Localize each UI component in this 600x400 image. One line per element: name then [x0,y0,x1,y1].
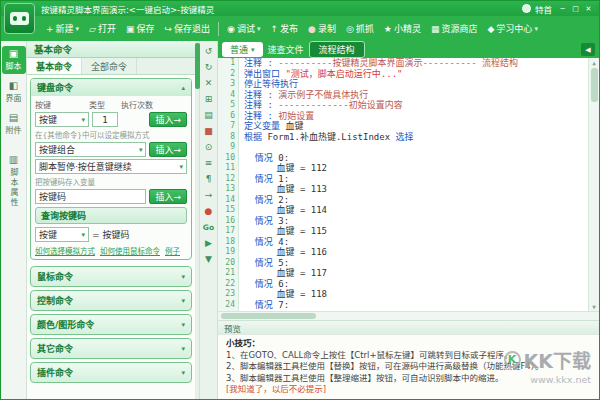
strip-find-icon[interactable]: ⊙ [201,140,216,154]
strip-breakpoint-icon[interactable]: ● [201,204,216,218]
active-section-tab[interactable]: 流程结构 [309,41,365,58]
strip-indent-icon[interactable]: → [201,188,216,202]
code-line[interactable]: 血键 = 113 [244,184,588,195]
rail-item-script-properties[interactable]: ▥脚本属性 [2,152,26,211]
code-line[interactable]: 注释 : 演示例子不做具体执行 [244,90,588,101]
scroll-up-icon[interactable]: ▲ [592,59,596,66]
command-section-0[interactable]: 鼠标命令▾ [30,266,192,287]
code-line[interactable]: 情况 6: [244,279,588,290]
preview-panel-header[interactable]: 预览 [218,320,599,334]
code-line[interactable]: 情况 0: [244,153,588,164]
strip-copy-icon[interactable]: ⊞ [201,92,216,106]
code-line[interactable]: 注释 : 初始设置 [244,111,588,122]
user-avatar[interactable] [522,4,531,13]
code-line[interactable]: 血键 = 118 [244,289,588,300]
panel-tab-1[interactable]: 全部命令 [82,58,137,74]
command-section-list: 鼠标命令▾控制命令▾颜色/图形命令▾其它命令▾插件命令▾ [27,263,195,386]
code-line[interactable]: 情况 7: [244,300,588,311]
keyboard-section-header[interactable]: 键盘命令 ▴ [31,79,191,96]
rail-item-attachment[interactable]: ▤附件 [2,110,26,138]
code-line[interactable]: 注释 : -------------初始设置内容 [244,100,588,111]
toolbar-button-new[interactable]: +新建▾ [41,18,84,39]
code-line[interactable]: 情况 3: [244,216,588,227]
strip-goto-icon[interactable]: Go [201,220,216,234]
strip-replace-icon[interactable]: ≡ [201,156,216,170]
code-line[interactable]: 停止等待执行 [244,79,588,90]
collapse-panel-button[interactable]: ◀ [581,43,595,56]
code-line[interactable]: 根据 Form1.补血热键.ListIndex 选择 [244,132,588,143]
strip-comment-icon[interactable]: ¶ [201,172,216,186]
code-line[interactable]: 血键 = 116 [244,247,588,258]
vertical-scroll-thumb[interactable] [591,68,598,102]
code-line[interactable]: 情况 4: [244,237,588,248]
toolbar-button-store[interactable]: ▦资源商店 [426,18,483,39]
panel-tab-0[interactable]: 基本命令 [27,58,82,74]
code-line[interactable]: 血键 = 117 [244,268,588,279]
dismiss-tips-link[interactable]: [我知道了，以后不必提示] [226,384,591,396]
pause-select[interactable]: 脚本暂停·按任意键继续▾ [35,159,187,174]
username[interactable]: 特首 [535,3,552,15]
toolbar-button-save[interactable]: ▣保存 [121,18,160,39]
insert-keycode-button[interactable]: 插入→ [149,189,187,204]
help-link-0[interactable]: 如何选择模拟方式 [35,245,95,256]
command-section-3[interactable]: 其它命令▾ [30,338,192,359]
close-button[interactable]: ✕ [582,3,595,14]
panel-scroll-thumb[interactable] [195,43,200,89]
strip-run-icon[interactable]: ▶ [201,236,216,250]
toolbar-button-debug[interactable]: ◉调试▾ [222,18,265,39]
nav-label[interactable]: 速查文件 [268,43,304,56]
strip-cut-icon[interactable]: ✕ [201,76,216,90]
toolbar-button-publish[interactable]: ↑发布 [266,18,304,39]
insert-combo-button[interactable]: 插入→ [149,142,187,157]
toolbar-button-learn[interactable]: ◆学习中心▾ [482,18,542,39]
editor-horizontal-scrollbar[interactable] [218,311,599,320]
strip-more-icon[interactable]: ▼ [201,252,216,266]
query-keycode-header[interactable]: 查询按键码 [35,207,187,224]
command-section-2[interactable]: 颜色/图形命令▾ [30,314,192,335]
strip-undo-icon[interactable]: ↺ [201,44,216,58]
view-mode-button[interactable]: 普通▾ [222,42,263,57]
key-select[interactable]: 按键▾ [35,112,89,127]
toolbar-button-grab[interactable]: ◎抓抓 [341,18,379,39]
code-line[interactable] [244,142,588,153]
insert-key-button[interactable]: 插入→ [149,112,187,127]
keycode-var-input[interactable]: 按键码 [35,189,146,204]
code-line[interactable]: 情况 5: [244,258,588,269]
rail-item-interface[interactable]: ◧界面 [2,78,26,106]
scroll-down-icon[interactable]: ▼ [592,303,596,310]
line-number: 22 [218,279,235,290]
main-toolbar: +新建▾▱打开▣保存↪保存退出◉调试▾↑发布●录制◎抓抓★小精灵▦资源商店◆学习… [1,16,599,41]
rail-item-script[interactable]: ▣脚本 [2,46,26,74]
section-title: 键盘命令 [37,81,73,94]
query-key-select[interactable]: 按键▾ [35,227,89,242]
count-input[interactable]: 1 [92,112,118,127]
code-line[interactable]: 血键 = 114 [244,205,588,216]
debug-icon: ◉ [227,24,235,34]
strip-delete-icon[interactable]: ■ [201,124,216,138]
toolbar-button-record[interactable]: ●录制 [303,18,341,39]
command-section-4[interactable]: 插件命令▾ [30,362,192,383]
code-line[interactable]: 弹出窗口 "测试，脚本启动运行中..." [244,69,588,80]
code-line[interactable]: 血键 = 115 [244,226,588,237]
minimize-button[interactable]: ─ [556,3,569,14]
code-line[interactable]: 定义变量 血键 [244,121,588,132]
toolbar-button-open[interactable]: ▱打开 [84,18,121,39]
code-line[interactable]: 注释 : ----------按键精灵脚本界面演示---------- 流程结构 [244,58,588,69]
strip-redo-icon[interactable]: ↻ [201,60,216,74]
panel-scrollbar[interactable] [195,41,200,399]
horizontal-scroll-thumb[interactable] [221,313,316,319]
toolbar-button-elf[interactable]: ★小精灵 [379,18,426,39]
code-line[interactable]: 血键 = 112 [244,163,588,174]
maximize-button[interactable]: □ [569,3,582,14]
command-section-1[interactable]: 控制命令▾ [30,290,192,311]
key-combo-select[interactable]: 按键组合▾ [35,142,146,157]
code-line[interactable]: 情况 2: [244,195,588,206]
strip-paste-icon[interactable]: ▤ [201,108,216,122]
code-line[interactable]: 情况 1: [244,174,588,185]
editor-vertical-scrollbar[interactable]: ▲ ▼ [588,58,599,311]
toolbar-button-save-exit[interactable]: ↪保存退出 [160,18,216,39]
help-link-2[interactable]: 例子 [165,245,180,256]
code-lines[interactable]: 注释 : ----------按键精灵脚本界面演示---------- 流程结构… [239,58,588,311]
app-window: 按键精灵脚本界面演示:<一键启动>-按键精灵 特首 ─□✕ +新建▾▱打开▣保存… [0,0,600,400]
help-link-1[interactable]: 如何使用鼠标命令 [100,245,160,256]
